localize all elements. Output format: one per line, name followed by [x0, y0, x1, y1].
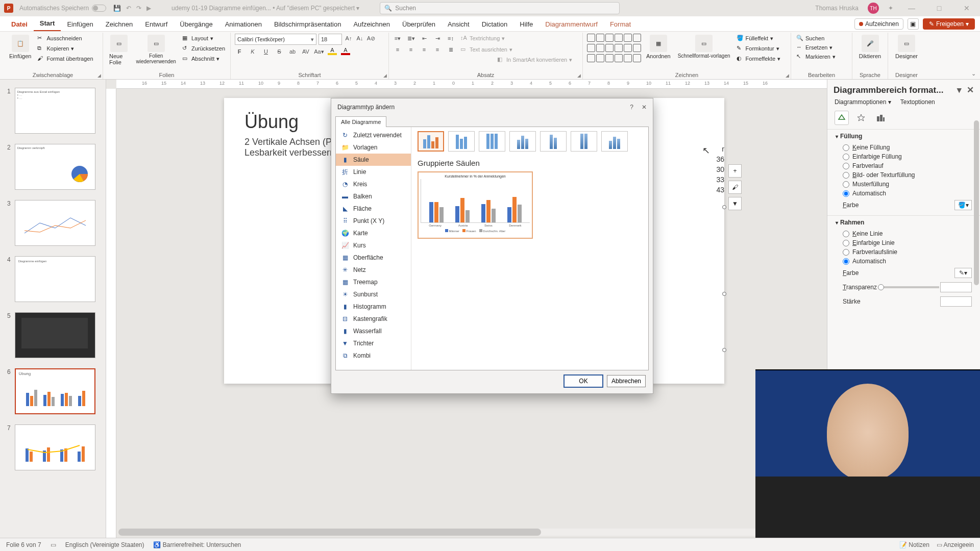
- fill-color-picker[interactable]: 🪣▾: [954, 200, 972, 210]
- selection-handle[interactable]: [722, 348, 726, 352]
- chart-category-histogramm[interactable]: ▮Histogramm: [336, 300, 411, 313]
- radio-auto-line[interactable]: Automatisch: [836, 257, 972, 266]
- thumbnail-5[interactable]: 5: [0, 309, 106, 365]
- tab-aufzeichnen[interactable]: Aufzeichnen: [347, 17, 396, 31]
- drawing-launcher-icon[interactable]: ◢: [786, 73, 789, 78]
- spacing-icon[interactable]: AV: [301, 47, 310, 56]
- language-indicator[interactable]: Englisch (Vereinigte Staaten): [65, 541, 144, 548]
- thumbnail-3[interactable]: 3: [0, 197, 106, 253]
- replace-button[interactable]: ↔Ersetzen ▾: [795, 43, 848, 52]
- line-spacing-icon[interactable]: ≡↕: [446, 34, 455, 43]
- tab-zeichnen[interactable]: Zeichnen: [100, 17, 139, 31]
- dialog-close-icon[interactable]: ✕: [642, 104, 647, 111]
- chart-category-kreis[interactable]: ◔Kreis: [336, 178, 411, 190]
- aufzeichnen-button[interactable]: Aufzeichnen: [854, 18, 903, 30]
- size-tab-icon[interactable]: [873, 111, 888, 125]
- case-icon[interactable]: Aa▾: [314, 47, 324, 56]
- maximize-icon[interactable]: □: [930, 4, 948, 12]
- thumbnail-4[interactable]: 4Diagramme einfügen: [0, 253, 106, 309]
- subtype-3d-column[interactable]: [601, 131, 628, 152]
- tab-textoptionen[interactable]: Textoptionen: [900, 98, 935, 106]
- chart-category-kurs[interactable]: 📈Kurs: [336, 239, 411, 252]
- tab-einfuegen[interactable]: Einfügen: [61, 17, 99, 31]
- chart-category-fl-che[interactable]: ◣Fläche: [336, 203, 411, 215]
- transparency-value[interactable]: [940, 282, 972, 292]
- border-section-header[interactable]: Rahmen: [836, 219, 972, 226]
- selection-handle[interactable]: [722, 292, 726, 296]
- chart-filter-icon[interactable]: ▼: [728, 197, 742, 210]
- underline-icon[interactable]: U: [261, 47, 271, 56]
- chart-category-treemap[interactable]: ▦Treemap: [336, 276, 411, 288]
- shapes-gallery[interactable]: [587, 34, 641, 63]
- pane-dropdown-icon[interactable]: ▾: [957, 85, 962, 95]
- dictate-button[interactable]: 🎤Diktieren: [856, 34, 884, 60]
- chart-category-punkt-x-y-[interactable]: ⠿Punkt (X Y): [336, 215, 411, 227]
- justify-icon[interactable]: ≡: [433, 45, 442, 54]
- tab-start[interactable]: Start: [34, 16, 61, 31]
- align-right-icon[interactable]: ≡: [420, 45, 429, 54]
- chart-category-karte[interactable]: 🌍Karte: [336, 227, 411, 239]
- layout-button[interactable]: ▦Layout ▾: [181, 34, 226, 43]
- tab-file[interactable]: Datei: [5, 17, 34, 31]
- ok-button[interactable]: OK: [564, 375, 603, 387]
- subtype-100-stacked-column[interactable]: [479, 131, 505, 152]
- clipboard-launcher-icon[interactable]: ◢: [97, 73, 101, 78]
- new-slide-button[interactable]: ▭Neue Folie: [107, 34, 131, 66]
- radio-pattern-fill[interactable]: Musterfüllung: [836, 180, 972, 189]
- accessibility-check[interactable]: ♿ Barrierefreiheit: Untersuchen: [153, 541, 241, 548]
- chart-category-s-ule[interactable]: ▮Säule: [336, 154, 411, 166]
- line-color-picker[interactable]: ✎▾: [954, 268, 972, 278]
- notes-button[interactable]: 📝 Notizen: [899, 541, 929, 548]
- bold-icon[interactable]: F: [235, 47, 244, 56]
- italic-icon[interactable]: K: [248, 47, 257, 56]
- font-size-combo[interactable]: 18: [318, 34, 342, 45]
- tab-ueberpruefen[interactable]: Überprüfen: [396, 17, 442, 31]
- highlight-button[interactable]: A: [328, 47, 337, 56]
- radio-no-line[interactable]: Keine Linie: [836, 229, 972, 238]
- selection-handle[interactable]: [722, 205, 726, 209]
- numbering-icon[interactable]: ≣▾: [406, 34, 415, 43]
- collapse-ribbon-icon[interactable]: ⌄: [971, 70, 976, 77]
- chart-category-balken[interactable]: ▬Balken: [336, 190, 411, 203]
- bullets-icon[interactable]: ≡▾: [393, 34, 402, 43]
- radio-auto-fill[interactable]: Automatisch: [836, 189, 972, 198]
- reset-button[interactable]: ↺Zurücksetzen: [181, 44, 226, 53]
- shape-fill-button[interactable]: 🪣Fülleffekt ▾: [736, 34, 782, 43]
- tab-format[interactable]: Format: [604, 17, 637, 31]
- display-settings-button[interactable]: ▭ Anzeigeein: [937, 541, 974, 548]
- width-value[interactable]: [940, 296, 972, 307]
- chart-category-zuletzt-verwendet[interactable]: ↻Zuletzt verwendet: [336, 129, 411, 141]
- subtype-3d-100-stacked[interactable]: [571, 131, 597, 152]
- font-color-button[interactable]: A: [341, 47, 350, 56]
- columns-icon[interactable]: ≣: [446, 45, 455, 54]
- quick-styles-button[interactable]: ▭Schnellformat-vorlagen: [676, 34, 732, 63]
- thumbnail-6[interactable]: 6Übung: [0, 365, 106, 421]
- minimize-icon[interactable]: —: [902, 4, 921, 12]
- shape-outline-button[interactable]: ✎Formkontur ▾: [736, 44, 782, 53]
- chart-category-sunburst[interactable]: ☀Sunburst: [336, 288, 411, 300]
- thumbnail-2[interactable]: 2Diagramm verknüpft: [0, 141, 106, 197]
- font-name-combo[interactable]: Calibri (Textkörper): [235, 34, 316, 45]
- tab-bildschirm[interactable]: Bildschirmpräsentation: [268, 17, 348, 31]
- designer-button[interactable]: ▭Designer: [892, 34, 921, 60]
- shadow-icon[interactable]: ab: [288, 47, 297, 56]
- find-button[interactable]: 🔍Suchen: [795, 34, 848, 43]
- slideshow-icon[interactable]: ▶: [146, 5, 151, 12]
- tab-hilfe[interactable]: Hilfe: [513, 17, 539, 31]
- present-button[interactable]: ▣: [908, 18, 919, 30]
- format-painter-button[interactable]: 🖌Format übertragen: [36, 54, 94, 63]
- chart-category-kastengrafik[interactable]: ⊟Kastengrafik: [336, 313, 411, 325]
- tab-diagrammentwurf[interactable]: Diagrammentwurf: [539, 17, 604, 31]
- radio-gradient-line[interactable]: Farbverlaufslinie: [836, 247, 972, 257]
- subtype-3d-clustered[interactable]: [509, 131, 536, 152]
- transparency-slider[interactable]: [878, 286, 939, 288]
- tab-ansicht[interactable]: Ansicht: [442, 17, 476, 31]
- effects-tab-icon[interactable]: [854, 111, 868, 125]
- tab-animationen[interactable]: Animationen: [219, 17, 268, 31]
- undo-icon[interactable]: ↶: [126, 5, 131, 12]
- user-name[interactable]: Thomas Hruska: [815, 5, 859, 12]
- increase-font-icon[interactable]: A↑: [344, 34, 353, 43]
- section-button[interactable]: ▭Abschnitt ▾: [181, 54, 226, 63]
- radio-picture-fill[interactable]: Bild- oder Texturfüllung: [836, 170, 972, 180]
- save-icon[interactable]: 💾: [113, 5, 121, 12]
